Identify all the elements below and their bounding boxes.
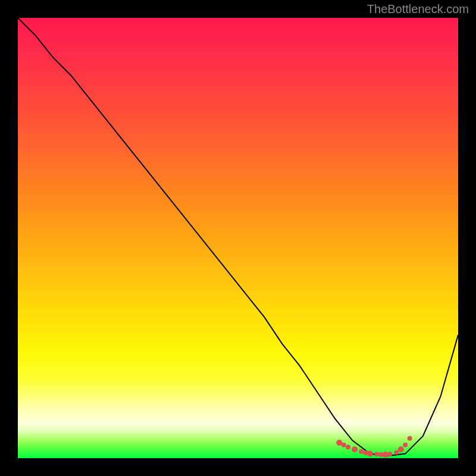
main-curve-line [18,18,458,456]
highlight-dot [342,443,346,447]
highlight-dot [387,452,392,456]
highlight-dot [408,436,412,441]
chart-svg [18,18,458,458]
watermark-text: TheBottleneck.com [367,2,469,16]
highlight-dot [367,451,373,457]
highlight-dot [394,450,399,455]
plot-area [18,18,458,458]
highlight-dot [403,443,408,447]
highlight-dot [374,452,379,456]
highlight-dot [346,445,350,450]
highlight-dot [359,449,364,454]
highlight-dot [352,446,358,452]
highlight-dot [398,446,404,452]
